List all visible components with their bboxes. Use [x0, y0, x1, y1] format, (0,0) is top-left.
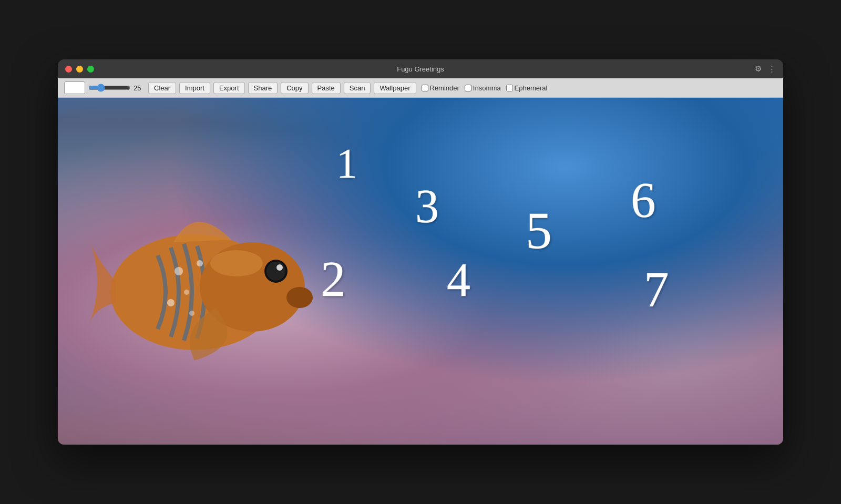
- clear-button[interactable]: Clear: [148, 82, 176, 94]
- toolbar: 25 Clear Import Export Share Copy Paste …: [58, 78, 783, 98]
- svg-point-12: [286, 287, 313, 308]
- insomnia-checkbox-label[interactable]: Insomnia: [465, 84, 501, 92]
- number-6: 6: [631, 171, 656, 229]
- checkboxes: Reminder Insomnia Ephemeral: [422, 84, 548, 92]
- svg-point-4: [184, 290, 189, 295]
- share-button[interactable]: Share: [248, 82, 278, 94]
- slider-value: 25: [134, 84, 145, 92]
- extensions-icon[interactable]: ⚙: [755, 64, 762, 74]
- svg-point-10: [266, 262, 285, 281]
- titlebar: Fugu Greetings ⚙ ⋮: [58, 59, 783, 78]
- copy-button[interactable]: Copy: [281, 82, 308, 94]
- fish-illustration: [89, 161, 315, 403]
- svg-point-11: [276, 264, 283, 271]
- titlebar-icons: ⚙ ⋮: [755, 64, 776, 74]
- number-5: 5: [526, 200, 552, 261]
- svg-point-2: [197, 260, 203, 266]
- wallpaper-button[interactable]: Wallpaper: [374, 82, 416, 94]
- window-title: Fugu Greetings: [397, 65, 444, 73]
- number-7: 7: [644, 261, 669, 318]
- number-1: 1: [336, 140, 357, 188]
- ephemeral-checkbox[interactable]: [506, 85, 513, 91]
- brush-size-slider[interactable]: [88, 84, 130, 92]
- slider-container: 25: [88, 84, 145, 92]
- svg-point-13: [210, 250, 263, 276]
- svg-point-7: [189, 311, 194, 316]
- app-window: Fugu Greetings ⚙ ⋮ 25 Clear Import Expor…: [58, 59, 783, 445]
- more-icon[interactable]: ⋮: [768, 64, 776, 74]
- minimize-button[interactable]: [76, 66, 83, 73]
- number-4: 4: [447, 253, 470, 307]
- canvas-area[interactable]: 1 2 3 4 5 6 7: [58, 98, 783, 445]
- ephemeral-checkbox-label[interactable]: Ephemeral: [506, 84, 548, 92]
- close-button[interactable]: [65, 66, 72, 73]
- svg-point-6: [167, 299, 175, 306]
- scan-button[interactable]: Scan: [344, 82, 371, 94]
- paste-button[interactable]: Paste: [312, 82, 341, 94]
- color-swatch[interactable]: [64, 81, 85, 94]
- maximize-button[interactable]: [87, 66, 94, 73]
- canvas-background: 1 2 3 4 5 6 7: [58, 98, 783, 445]
- reminder-checkbox-label[interactable]: Reminder: [422, 84, 459, 92]
- traffic-lights: [65, 66, 94, 73]
- export-button[interactable]: Export: [213, 82, 245, 94]
- insomnia-checkbox[interactable]: [465, 85, 471, 91]
- import-button[interactable]: Import: [179, 82, 210, 94]
- reminder-checkbox[interactable]: [422, 85, 428, 91]
- number-2: 2: [321, 250, 346, 308]
- svg-point-1: [175, 267, 183, 275]
- number-3: 3: [415, 179, 439, 233]
